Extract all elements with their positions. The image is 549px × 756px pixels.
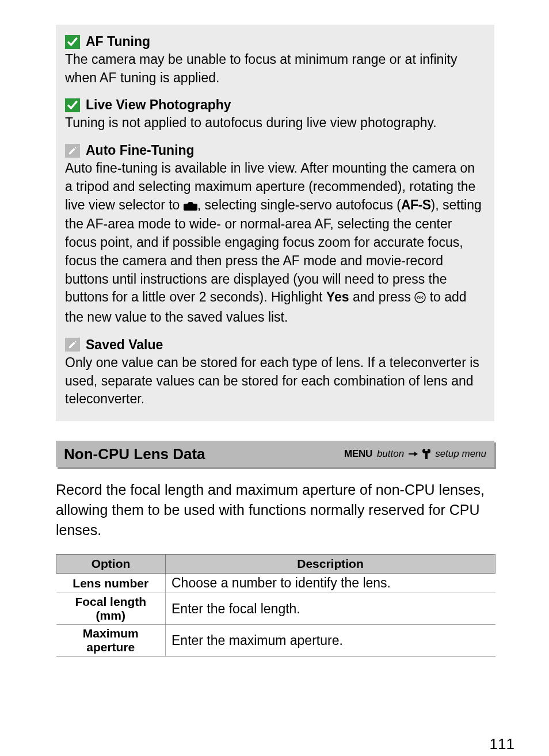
- note-body: Auto fine-tuning is available in live vi…: [65, 159, 485, 327]
- description-cell: Choose a number to identify the lens.: [166, 574, 495, 593]
- option-cell: Maximum aperture: [56, 625, 166, 656]
- table-row: Focal length (mm)Enter the focal length.: [56, 593, 495, 625]
- page-number: 111: [490, 735, 514, 753]
- svg-text:OK: OK: [417, 295, 424, 300]
- table-row: Lens numberChoose a number to identify t…: [56, 574, 495, 593]
- section-title: Non-CPU Lens Data: [64, 445, 205, 463]
- note-block: AF TuningThe camera may be unable to foc…: [65, 34, 485, 87]
- menu-button-word: button: [377, 448, 404, 460]
- note-block: Live View PhotographyTuning is not appli…: [65, 97, 485, 132]
- svg-point-0: [189, 205, 192, 209]
- section-body-text: Record the focal length and maximum aper…: [56, 480, 494, 540]
- check-icon: [65, 35, 80, 49]
- note-body: The camera may be unable to focus at min…: [65, 51, 485, 87]
- description-cell: Enter the maximum aperture.: [166, 625, 495, 656]
- menu-breadcrumb: MENU button setup menu: [344, 448, 486, 460]
- arrow-right-icon: [409, 450, 418, 457]
- option-cell: Focal length (mm): [56, 593, 166, 625]
- note-block: Auto Fine-TuningAuto fine-tuning is avai…: [65, 143, 485, 327]
- note-title: AF Tuning: [86, 34, 150, 49]
- wrench-icon: [422, 449, 430, 459]
- note-block: Saved ValueOnly one value can be stored …: [65, 337, 485, 408]
- ok-button-icon: OK: [414, 290, 426, 308]
- note-body: Only one value can be stored for each ty…: [65, 354, 485, 408]
- note-body: Tuning is not applied to autofocus durin…: [65, 114, 485, 132]
- options-table: Option Description Lens numberChoose a n…: [56, 554, 495, 656]
- table-header-description: Description: [166, 555, 495, 574]
- setup-menu-label: setup menu: [435, 448, 486, 460]
- menu-button-label: MENU: [344, 448, 372, 460]
- check-icon: [65, 98, 80, 112]
- table-header-option: Option: [56, 555, 166, 574]
- option-cell: Lens number: [56, 574, 166, 593]
- camera-icon: [184, 197, 197, 216]
- note-title: Saved Value: [86, 337, 163, 353]
- description-cell: Enter the focal length.: [166, 593, 495, 625]
- section-header-bar: Non-CPU Lens Data MENU button setup menu: [56, 441, 494, 467]
- pencil-icon: [65, 338, 80, 352]
- note-title: Live View Photography: [86, 97, 231, 113]
- pencil-icon: [65, 144, 80, 158]
- table-row: Maximum apertureEnter the maximum apertu…: [56, 625, 495, 656]
- note-title: Auto Fine-Tuning: [86, 143, 195, 158]
- notes-box: AF TuningThe camera may be unable to foc…: [56, 25, 494, 421]
